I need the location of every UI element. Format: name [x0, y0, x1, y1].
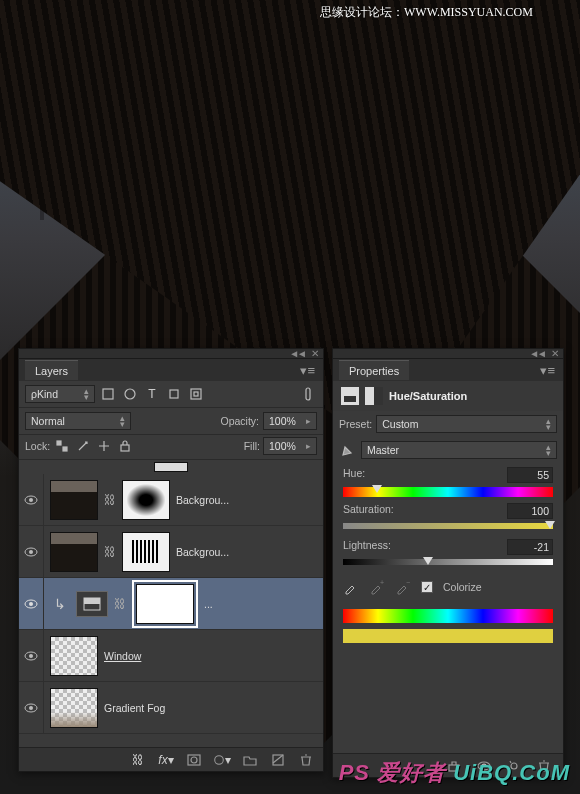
svg-rect-3 — [191, 389, 201, 399]
new-group-button[interactable] — [241, 751, 259, 769]
svg-point-12 — [29, 550, 33, 554]
preset-value: Custom — [382, 418, 418, 430]
layer-name[interactable]: Backgrou... — [176, 546, 229, 558]
svg-rect-0 — [103, 389, 113, 399]
channel-value: Master — [367, 444, 399, 456]
lock-all-icon[interactable] — [116, 437, 134, 455]
lock-pos-icon[interactable] — [95, 437, 113, 455]
svg-rect-5 — [306, 388, 310, 400]
watermark-top: 思缘设计论坛：WWW.MISSYUAN.COM — [320, 4, 533, 21]
tab-layers[interactable]: Layers — [25, 360, 78, 380]
svg-rect-8 — [121, 445, 129, 451]
visibility-icon[interactable] — [24, 599, 38, 609]
filter-kind-dropdown[interactable]: ρ Kind ▴▾ — [25, 385, 95, 403]
peek-thumb — [154, 462, 188, 472]
blend-mode-value: Normal — [31, 415, 65, 427]
saturation-slider[interactable] — [343, 523, 553, 533]
opacity-value: 100% — [269, 415, 296, 427]
channel-dropdown[interactable]: Master ▴▾ — [361, 441, 557, 459]
mask-view-icon[interactable] — [365, 387, 383, 405]
hue-value[interactable]: 55 — [507, 467, 553, 483]
visibility-icon[interactable] — [24, 547, 38, 557]
hue-spectrum-bar — [343, 609, 553, 623]
filter-smart-icon[interactable] — [187, 385, 205, 403]
svg-rect-16 — [84, 598, 100, 604]
filter-adjust-icon[interactable] — [121, 385, 139, 403]
watermark-bottom: PS 爱好者 UiBQ.CoM — [339, 758, 570, 788]
opacity-input[interactable]: 100% ▸ — [263, 412, 317, 430]
link-icon: ⛓ — [104, 493, 116, 507]
opacity-label: Opacity: — [220, 415, 259, 427]
layer-name[interactable]: Window — [104, 650, 141, 662]
layer-row[interactable]: ⛓ Backgrou... — [19, 526, 323, 578]
lock-label: Lock: — [25, 440, 50, 452]
lightness-value[interactable]: -21 — [507, 539, 553, 555]
mask-thumb-selected — [136, 584, 194, 624]
add-mask-button[interactable] — [185, 751, 203, 769]
delete-layer-button[interactable] — [297, 751, 315, 769]
svg-point-20 — [29, 706, 33, 710]
adjustment-thumb — [76, 591, 108, 617]
saturation-label: Saturation: — [343, 503, 394, 519]
adjustment-type-icon[interactable] — [341, 387, 359, 405]
svg-point-22 — [191, 757, 197, 763]
svg-rect-4 — [194, 392, 198, 396]
panel-menu-icon[interactable]: ▾≡ — [292, 363, 323, 378]
tab-properties[interactable]: Properties — [339, 360, 409, 380]
mask-thumb — [122, 480, 170, 520]
preset-dropdown[interactable]: Custom ▴▾ — [376, 415, 557, 433]
hue-label: Hue: — [343, 467, 365, 483]
layers-panel: ◄◄✕ Layers ▾≡ ρ Kind ▴▾ T Normal ▴▾ Opac… — [18, 348, 324, 772]
link-icon: ⛓ — [104, 545, 116, 559]
eyedropper-icon[interactable] — [343, 579, 359, 595]
link-icon: ⛓ — [114, 597, 126, 611]
svg-text:−: − — [406, 579, 410, 586]
panel-collapse-bar[interactable]: ◄◄✕ — [19, 349, 323, 359]
colorize-label: Colorize — [443, 581, 482, 593]
link-layers-button[interactable]: ⛓ — [129, 751, 147, 769]
layer-row[interactable]: Gradient Fog — [19, 682, 323, 734]
visibility-icon[interactable] — [24, 495, 38, 505]
panel-collapse-bar[interactable]: ◄◄✕ — [333, 349, 563, 359]
filter-shape-icon[interactable] — [165, 385, 183, 403]
svg-point-18 — [29, 654, 33, 658]
colorize-checkbox[interactable]: ✓ — [421, 581, 433, 593]
layer-fx-button[interactable]: fx▾ — [157, 751, 175, 769]
panel-menu-icon[interactable]: ▾≡ — [532, 363, 563, 378]
blend-mode-dropdown[interactable]: Normal ▴▾ — [25, 412, 131, 430]
svg-rect-26 — [344, 390, 356, 396]
layer-thumb — [50, 688, 98, 728]
eyedropper-add-icon[interactable]: + — [369, 579, 385, 595]
filter-pixel-icon[interactable] — [99, 385, 117, 403]
lightness-slider[interactable] — [343, 559, 553, 569]
layer-row[interactable]: Window — [19, 630, 323, 682]
svg-point-23 — [215, 755, 224, 764]
visibility-icon[interactable] — [24, 703, 38, 713]
mask-thumb — [122, 532, 170, 572]
layer-thumb — [50, 480, 98, 520]
layer-name[interactable]: ... — [204, 598, 213, 610]
eyedropper-sub-icon[interactable]: − — [395, 579, 411, 595]
filter-toggle[interactable] — [299, 385, 317, 403]
svg-text:+: + — [380, 579, 384, 586]
filter-type-icon[interactable]: T — [143, 385, 161, 403]
lock-trans-icon[interactable] — [53, 437, 71, 455]
layer-name[interactable]: Gradient Fog — [104, 702, 165, 714]
saturation-value[interactable]: 100 — [507, 503, 553, 519]
preset-label: Preset: — [339, 418, 372, 430]
visibility-icon[interactable] — [24, 651, 38, 661]
svg-point-10 — [29, 498, 33, 502]
layer-row-selected[interactable]: ↳ ⛓ ... — [19, 578, 323, 630]
new-layer-button[interactable] — [269, 751, 287, 769]
svg-point-1 — [125, 389, 135, 399]
targeted-adjust-icon[interactable] — [339, 441, 357, 459]
new-adjustment-button[interactable]: ▾ — [213, 751, 231, 769]
layer-list: ⛓ Backgrou... ⛓ Backgrou... ↳ — [19, 460, 323, 746]
fill-input[interactable]: 100% ▸ — [263, 437, 317, 455]
lock-pixels-icon[interactable] — [74, 437, 92, 455]
hue-slider[interactable] — [343, 487, 553, 497]
filter-kind-label: Kind — [37, 388, 58, 400]
layer-name[interactable]: Backgrou... — [176, 494, 229, 506]
layer-row[interactable]: ⛓ Backgrou... — [19, 474, 323, 526]
clip-indicator-icon: ↳ — [54, 596, 66, 612]
